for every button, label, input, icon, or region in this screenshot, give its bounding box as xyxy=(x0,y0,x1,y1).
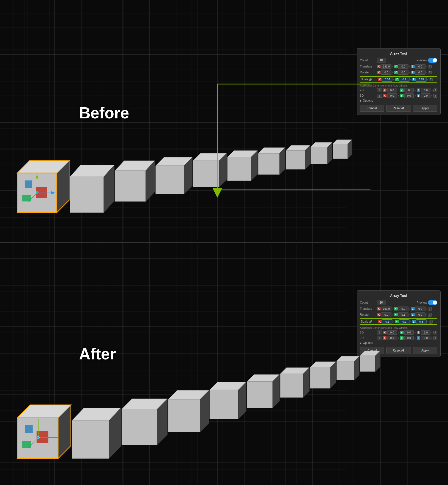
before-label: Before xyxy=(79,104,129,122)
scale-label-before: Scale 🔗 xyxy=(361,78,377,81)
dim-3d-count-after[interactable]: 1 xyxy=(377,336,382,340)
scale-y-value-after[interactable]: 0.2 xyxy=(399,319,409,324)
rotate-label-before: Rotate xyxy=(360,71,376,74)
scale-t-btn-after[interactable]: T xyxy=(429,320,433,324)
translate-row-before: Translate X 191.0 » Y 0.0 » Z 0.0 » T xyxy=(360,64,437,69)
rotate-z-value-before[interactable]: 0.0 xyxy=(415,70,426,75)
options-row-before[interactable]: ▶ Options xyxy=(360,99,437,102)
translate-x-axis-after: X xyxy=(377,307,381,310)
dim-2d-count-after[interactable]: 1 xyxy=(377,331,382,334)
chain-icon-before: 🔗 xyxy=(369,78,372,81)
scale-t-btn-before[interactable]: T xyxy=(429,78,433,81)
dim-2d-z-axis-after: Z xyxy=(417,331,420,334)
dim-2d-x-axis-after: X xyxy=(383,331,387,334)
dim-3d-y-before[interactable]: 0.0 xyxy=(404,93,414,98)
reset-button-after[interactable]: Reset All xyxy=(386,347,411,354)
options-triangle-before: ▶ xyxy=(360,99,362,102)
dim-3d-y-axis-after: Y xyxy=(400,336,404,340)
scale-y-value-before[interactable]: 0.1 xyxy=(399,77,409,82)
rotate-y-value-before[interactable]: 0.0 xyxy=(398,70,408,75)
preview-toggle-before[interactable] xyxy=(428,58,437,63)
translate-z-value-after[interactable]: 0.0 xyxy=(415,307,426,311)
rotate-x-value-before[interactable]: 0.0 xyxy=(381,70,391,75)
dim-2d-z-after[interactable]: 1.0 xyxy=(421,330,431,335)
dim-3d-x-before[interactable]: 0.0 xyxy=(387,93,397,98)
count-value-before[interactable]: 10 xyxy=(377,58,386,63)
preview-toggle-after[interactable] xyxy=(428,300,437,305)
preview-label-after: Preview xyxy=(416,301,427,304)
dim-3d-x-after[interactable]: 0.0 xyxy=(387,336,397,340)
dim-3d-x-axis-before: X xyxy=(383,94,387,97)
translate-z-value-before[interactable]: 0.0 xyxy=(415,64,426,69)
after-label: After xyxy=(79,345,116,363)
btn-row-before: Cancel Reset All Apply xyxy=(360,105,437,112)
dim-2d-y-after[interactable]: 0.0 xyxy=(404,330,414,335)
dim-3d-t-btn-before[interactable]: T xyxy=(433,94,437,98)
rotate-x-axis-after: X xyxy=(377,313,381,316)
scale-z-value-after[interactable]: 0.3 xyxy=(416,319,427,324)
btn-row-after: Cancel Reset All Apply xyxy=(360,347,437,354)
translate-x-value-before[interactable]: 191.0 xyxy=(381,64,391,69)
additional-dims-label-before: Additional Dimensions and Row Offsets xyxy=(360,84,437,87)
scale-z-axis-before: Z xyxy=(412,78,416,81)
dim-2d-x-axis-before: X xyxy=(383,88,387,92)
translate-y-value-after[interactable]: 0.0 xyxy=(398,307,408,311)
dim-3d-t-btn-after[interactable]: T xyxy=(433,336,437,340)
dim-2d-x-before[interactable]: 0.0 xyxy=(387,88,397,92)
count-label-before: Count xyxy=(360,59,376,62)
dim-3d-x-axis-after: X xyxy=(383,336,387,340)
dim-3d-z-after[interactable]: 0.0 xyxy=(421,336,431,340)
translate-y-value-before[interactable]: 0.0 xyxy=(398,64,408,69)
dim-3d-y-after[interactable]: 0.0 xyxy=(404,336,414,340)
additional-dims-label-after: Additional Dimensions and Row Offsets xyxy=(360,326,437,329)
dim-2d-count-before[interactable]: 1 xyxy=(377,88,382,92)
options-label-after: Options xyxy=(363,341,373,345)
dim-2d-row-before: 2D 1 X 0.0 » Y 0 » Z 0.0 » T xyxy=(360,88,437,92)
scale-x-value-before[interactable]: 0.05 xyxy=(382,77,392,82)
dim-2d-y-axis-before: Y xyxy=(400,88,404,92)
translate-fields-before: X 191.0 » Y 0.0 » Z 0.0 » T xyxy=(377,64,437,69)
apply-button-after[interactable]: Apply xyxy=(413,347,437,354)
scale-row-after: Scale 🔗 X 0.1 » Y 0.2 » Z 0.3 » T xyxy=(360,318,437,325)
rotate-y-value-after[interactable]: 0.1 xyxy=(398,312,408,317)
options-row-after[interactable]: ▶ Options xyxy=(360,341,437,345)
dim-2d-t-btn-after[interactable]: T xyxy=(433,331,437,334)
rotate-z-axis-before: Z xyxy=(411,71,415,74)
dim-3d-label-after: 3D xyxy=(360,336,376,340)
rotate-z-value-after[interactable]: 0.0 xyxy=(415,312,426,317)
scale-y-axis-after: Y xyxy=(395,320,399,323)
dim-2d-x-after[interactable]: 0.0 xyxy=(387,330,397,335)
scale-label-after: Scale 🔗 xyxy=(361,320,377,323)
cancel-button-before[interactable]: Cancel xyxy=(360,105,384,112)
rotate-row-before: Rotate X 0.0 » Y 0.0 » Z 0.0 » T xyxy=(360,70,437,75)
dim-2d-z-before[interactable]: 0.0 xyxy=(421,88,431,92)
dim-2d-t-btn-before[interactable]: T xyxy=(433,88,437,92)
dim-3d-z-before[interactable]: 0.0 xyxy=(421,93,431,98)
dim-3d-count-before[interactable]: 1 xyxy=(377,94,382,98)
scale-x-axis-after: X xyxy=(378,320,382,323)
dim-3d-label-before: 3D xyxy=(360,94,376,97)
reset-button-before[interactable]: Reset All xyxy=(386,105,411,112)
translate-label-after: Translate xyxy=(360,307,376,310)
dim-3d-z-axis-after: Z xyxy=(417,336,420,340)
count-label-after: Count xyxy=(360,301,376,304)
rotate-x-value-after[interactable]: 0.0 xyxy=(381,312,391,317)
scale-fields-after: X 0.1 » Y 0.2 » Z 0.3 » T xyxy=(378,319,436,324)
translate-x-axis-before: X xyxy=(377,65,381,68)
dim-2d-y-before[interactable]: 0 xyxy=(404,88,414,92)
rotate-t-btn-after[interactable]: T xyxy=(428,313,432,317)
count-value-after[interactable]: 10 xyxy=(377,300,386,305)
scale-x-value-after[interactable]: 0.1 xyxy=(382,319,392,324)
apply-button-before[interactable]: Apply xyxy=(413,105,437,112)
translate-label-before: Translate xyxy=(360,65,376,68)
translate-x-value-after[interactable]: 191.0 xyxy=(381,307,391,311)
translate-t-btn-before[interactable]: T xyxy=(428,65,432,68)
scale-y-axis-before: Y xyxy=(395,78,399,81)
cancel-button-after[interactable]: Cancel xyxy=(360,347,384,354)
rotate-t-btn-before[interactable]: T xyxy=(428,71,432,74)
translate-t-btn-after[interactable]: T xyxy=(428,307,432,311)
scale-z-value-before[interactable]: 0.15 xyxy=(416,77,427,82)
rotate-z-axis-after: Z xyxy=(411,313,415,316)
dim-3d-y-axis-before: Y xyxy=(400,94,404,97)
count-row-after: Count 10 Preview xyxy=(360,300,437,305)
